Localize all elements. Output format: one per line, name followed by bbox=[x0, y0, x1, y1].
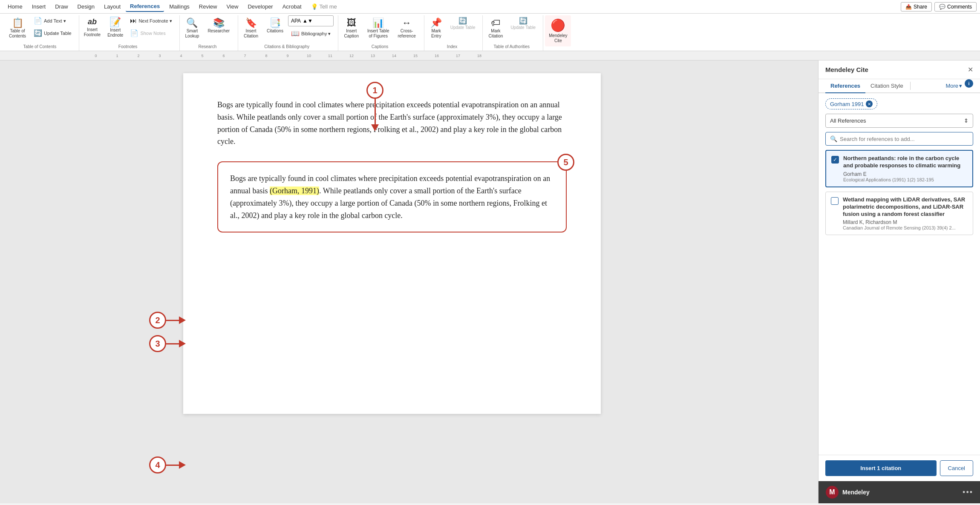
researcher-btn[interactable]: 📚 Researcher bbox=[204, 15, 233, 37]
insert-citation-btn[interactable]: 🔖 InsertCitation bbox=[240, 15, 262, 42]
menu-home[interactable]: Home bbox=[3, 2, 27, 11]
add-text-btn[interactable]: 📄 Add Text ▾ bbox=[31, 15, 75, 26]
ribbon-group-footnotes: ab InsertFootnote 📝 InsertEndnote ⏭ Next… bbox=[79, 15, 180, 51]
document-page: Bogs are typically found in cool climate… bbox=[183, 73, 601, 414]
citations-btn[interactable]: 📑 Citations bbox=[263, 15, 287, 37]
step5-annotation: 5 bbox=[557, 154, 574, 171]
document-area: 1 2 3 bbox=[0, 60, 818, 503]
toc-icon: 📋 bbox=[12, 18, 23, 28]
ref2-author: Millard K, Richardson M bbox=[843, 219, 968, 225]
ribbon-group-toc: 📋 Table ofContents 📄 Add Text ▾ 🔄 Update… bbox=[3, 15, 79, 51]
paragraph-1-text: Bogs are typically found in cool climate… bbox=[217, 99, 567, 148]
mendeley-logo-icon: M bbox=[825, 485, 839, 499]
panel-tabs: References Citation Style More ▾ i bbox=[819, 79, 980, 93]
paragraph-1: Bogs are typically found in cool climate… bbox=[217, 99, 567, 148]
menu-acrobat[interactable]: Acrobat bbox=[278, 2, 306, 11]
insert-citation-button[interactable]: Insert 1 citation bbox=[825, 460, 937, 476]
mendeley-menu-button[interactable]: ••• bbox=[963, 488, 973, 497]
show-notes-btn[interactable]: 📄 Show Notes bbox=[127, 28, 175, 39]
mark-entry-btn[interactable]: 📌 MarkEntry bbox=[426, 15, 447, 42]
panel-info-button[interactable]: i bbox=[965, 79, 973, 88]
ribbon: 📋 Table ofContents 📄 Add Text ▾ 🔄 Update… bbox=[0, 14, 980, 51]
tab-citation-style[interactable]: Citation Style bbox=[865, 79, 908, 93]
ref-checkbox-1[interactable]: ✓ bbox=[831, 156, 839, 164]
cross-reference-icon: ↔ bbox=[402, 18, 412, 28]
insert-endnote-icon: 📝 bbox=[110, 17, 121, 27]
all-references-dropdown[interactable]: All References ⇕ bbox=[825, 114, 973, 128]
panel-footer: Insert 1 citation Cancel bbox=[819, 455, 980, 481]
insert-table-of-figures-btn[interactable]: 📊 Insert Tableof Figures bbox=[363, 15, 393, 42]
search-references-input-wrap: 🔍 bbox=[825, 132, 973, 146]
panel-body: Gorham 1991 ✕ All References ⇕ 🔍 ✓ North… bbox=[819, 93, 980, 455]
panel-close-button[interactable]: ✕ bbox=[968, 66, 973, 74]
menu-draw[interactable]: Draw bbox=[51, 2, 72, 11]
ref1-journal: Ecological Applications (1991) 1(2) 182-… bbox=[843, 177, 967, 182]
insert-footnote-icon: ab bbox=[88, 17, 97, 26]
menu-mailings[interactable]: Mailings bbox=[165, 2, 194, 11]
cancel-button[interactable]: Cancel bbox=[940, 460, 973, 476]
ribbon-group-authorities: 🏷 MarkCitation 🔄 Update Table Table of A… bbox=[483, 15, 543, 51]
ref1-author: Gorham E bbox=[843, 171, 967, 177]
update-index-icon: 🔄 bbox=[458, 17, 467, 24]
insert-endnote-btn[interactable]: 📝 InsertEndnote bbox=[104, 15, 126, 40]
menu-references[interactable]: References bbox=[126, 1, 164, 12]
boxed-section: Bogs are typically found in cool climate… bbox=[217, 161, 567, 232]
step4-annotation: 4 bbox=[149, 456, 186, 473]
gorham-tag-close[interactable]: ✕ bbox=[866, 100, 873, 107]
bibliography-btn[interactable]: 📖 Bibliography ▾ bbox=[288, 28, 334, 39]
share-button[interactable]: 📤 Share bbox=[901, 2, 932, 11]
reference-item-2[interactable]: Wetland mapping with LiDAR derivatives, … bbox=[825, 192, 973, 235]
panel-header: Mendeley Cite ✕ bbox=[819, 60, 980, 79]
menu-view[interactable]: View bbox=[222, 2, 242, 11]
search-references-input[interactable] bbox=[840, 136, 968, 142]
ref-checkbox-2[interactable] bbox=[831, 197, 839, 205]
menu-layout[interactable]: Layout bbox=[100, 2, 125, 11]
menu-design[interactable]: Design bbox=[73, 2, 99, 11]
mendeley-footer: M Mendeley ••• bbox=[819, 481, 980, 503]
ribbon-group-citations: 🔖 InsertCitation 📑 Citations APA ▲▼ 📖 Bi… bbox=[238, 15, 338, 51]
mark-citation-icon: 🏷 bbox=[491, 18, 500, 28]
cross-reference-btn[interactable]: ↔ Cross-reference bbox=[394, 15, 419, 42]
ref1-title: Northern peatlands: role in the carbon c… bbox=[843, 155, 967, 169]
add-text-icon: 📄 bbox=[34, 17, 42, 24]
insert-table-figures-icon: 📊 bbox=[372, 18, 384, 28]
mendeley-cite-btn[interactable]: 🔴 MendeleyCite bbox=[545, 15, 571, 46]
table-of-contents-btn[interactable]: 📋 Table ofContents bbox=[5, 15, 30, 42]
ribbon-group-index: 📌 MarkEntry 🔄 Update Table Index bbox=[424, 15, 483, 51]
mark-citation-btn[interactable]: 🏷 MarkCitation bbox=[484, 15, 507, 42]
insert-caption-btn[interactable]: 🖼 InsertCaption bbox=[340, 15, 362, 42]
smart-lookup-btn[interactable]: 🔍 SmartLookup bbox=[182, 15, 203, 42]
panel-title: Mendeley Cite bbox=[825, 66, 868, 73]
gorham-tag: Gorham 1991 ✕ bbox=[825, 98, 877, 109]
insert-footnote-btn[interactable]: ab InsertFootnote bbox=[81, 15, 104, 40]
ref2-title: Wetland mapping with LiDAR derivatives, … bbox=[843, 196, 968, 218]
paragraph-2-text: Bogs are typically found in cool climate… bbox=[230, 172, 554, 221]
update-index-btn[interactable]: 🔄 Update Table bbox=[447, 15, 478, 32]
tab-more[interactable]: More ▾ bbox=[945, 79, 962, 92]
ribbon-group-captions: 🖼 InsertCaption 📊 Insert Tableof Figures… bbox=[338, 15, 424, 51]
paragraph-2-box: Bogs are typically found in cool climate… bbox=[217, 161, 567, 232]
tab-divider bbox=[910, 82, 911, 90]
mendeley-cite-panel: Mendeley Cite ✕ References Citation Styl… bbox=[818, 60, 980, 503]
reference-item-1[interactable]: ✓ Northern peatlands: role in the carbon… bbox=[825, 150, 973, 187]
ribbon-group-research: 🔍 SmartLookup 📚 Researcher Research bbox=[180, 15, 239, 51]
svg-text:M: M bbox=[829, 488, 835, 496]
menu-developer[interactable]: Developer bbox=[243, 2, 277, 11]
tell-me[interactable]: 💡 Tell me bbox=[311, 3, 337, 10]
update-table-toc-btn[interactable]: 🔄 Update Table bbox=[31, 28, 75, 39]
comments-button[interactable]: 💬 Comments bbox=[934, 2, 977, 11]
update-auth-table-btn[interactable]: 🔄 Update Table bbox=[507, 15, 539, 32]
menu-review[interactable]: Review bbox=[195, 2, 222, 11]
mark-entry-icon: 📌 bbox=[430, 18, 442, 28]
tab-references[interactable]: References bbox=[825, 79, 865, 93]
menu-insert[interactable]: Insert bbox=[28, 2, 50, 11]
menu-bar: Home Insert Draw Design Layout Reference… bbox=[0, 0, 980, 14]
apa-dropdown[interactable]: APA ▲▼ bbox=[288, 15, 334, 26]
ribbon-group-mendeley: 🔴 MendeleyCite bbox=[543, 15, 575, 51]
step3-annotation: 3 bbox=[149, 335, 186, 352]
next-footnote-btn[interactable]: ⏭ Next Footnote ▾ bbox=[127, 15, 175, 26]
citations-icon: 📑 bbox=[269, 18, 281, 28]
gorham-citation: (Gorham, 1991) bbox=[270, 187, 319, 195]
smart-lookup-icon: 🔍 bbox=[186, 18, 198, 28]
ruler: 0 1 2 3 4 5 6 7 8 9 10 11 12 13 14 15 16… bbox=[0, 51, 980, 60]
